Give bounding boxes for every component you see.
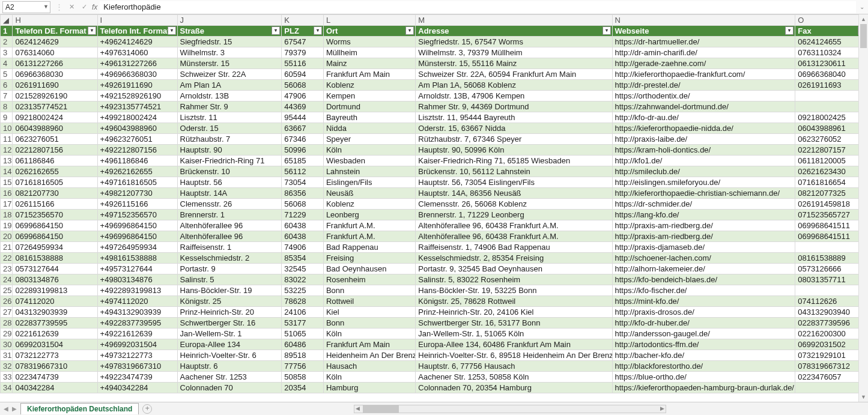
- row-number[interactable]: 16: [1, 188, 13, 199]
- cell[interactable]: Aachener Str. 1253, 50858 Köln: [416, 372, 612, 383]
- cell[interactable]: 60486: [282, 339, 324, 350]
- cell[interactable]: Köln: [323, 145, 415, 156]
- cell[interactable]: Oderstr. 15, 63667 Nidda: [416, 123, 612, 134]
- cell[interactable]: Portastr. 9: [177, 264, 282, 274]
- cell[interactable]: https://kram-holi-dontics.de/: [612, 145, 795, 156]
- cell[interactable]: Altenhöferallee 96, 60438 Frankfurt A.M.: [416, 220, 612, 231]
- row-number[interactable]: 14: [1, 166, 13, 177]
- cell[interactable]: Siegfriedstr. 15: [177, 37, 282, 47]
- table-column-header[interactable]: PLZ▾: [282, 26, 324, 37]
- cell[interactable]: +4974112020: [97, 296, 177, 307]
- cell[interactable]: Nidda: [323, 123, 415, 134]
- cell[interactable]: Clemensstr. 26: [177, 199, 282, 210]
- cell[interactable]: Kiel: [323, 307, 415, 318]
- worksheet-grid[interactable]: ◢ H I J K L M N O 1Telefon DE. Format▾Te…: [0, 14, 868, 402]
- cell[interactable]: +496043988960: [97, 123, 177, 134]
- cell[interactable]: https://lang-kfo.de/: [612, 210, 795, 220]
- cell[interactable]: Colonnaden 70, 20354 Hamburg: [416, 383, 612, 393]
- cell[interactable]: 022893199813: [13, 285, 97, 296]
- cell[interactable]: 06992031504: [13, 339, 97, 350]
- row-number[interactable]: 1: [1, 26, 13, 37]
- cell[interactable]: Wiesbaden: [323, 156, 415, 166]
- scroll-left-icon[interactable]: ◀: [356, 405, 360, 411]
- cell[interactable]: Brennerstr. 1, 71229 Leonberg: [416, 210, 612, 220]
- cell[interactable]: Königstr. 25, 78628 Rottweil: [416, 296, 612, 307]
- cell[interactable]: Hans-Böckler-Str. 19, 53225 Bonn: [416, 285, 612, 296]
- col-header[interactable]: I: [97, 15, 177, 26]
- cell[interactable]: 06992031502: [795, 339, 868, 350]
- cell[interactable]: Rosenheim: [323, 274, 415, 285]
- cell[interactable]: Raiffeisenstr. 1: [177, 242, 282, 253]
- cell[interactable]: Am Plan 1A: [177, 80, 282, 91]
- cell[interactable]: 44369: [282, 101, 324, 112]
- cell[interactable]: 56112: [282, 166, 324, 177]
- cell[interactable]: 09218002425: [795, 112, 868, 123]
- table-column-header[interactable]: Telefon Int. Format▾: [97, 26, 177, 37]
- row-number[interactable]: 4: [1, 58, 13, 69]
- cell[interactable]: 79379: [282, 47, 324, 58]
- formula-input[interactable]: [100, 1, 856, 13]
- cell[interactable]: Kempen: [323, 91, 415, 101]
- cell[interactable]: Rützhaubstr. 7: [177, 134, 282, 145]
- cell[interactable]: Hauptstr. 14A, 86356 Neusäß: [416, 188, 612, 199]
- table-column-header[interactable]: Telefon DE. Format▾: [13, 26, 97, 37]
- cell[interactable]: Königstr. 25: [177, 296, 282, 307]
- row-number[interactable]: 5: [1, 69, 13, 80]
- row-number[interactable]: 15: [1, 177, 13, 188]
- cell[interactable]: +4943132903939: [97, 307, 177, 318]
- cell[interactable]: Heidenheim An Der Brenz: [323, 350, 415, 361]
- cell[interactable]: Mainz: [323, 58, 415, 69]
- cell[interactable]: http://kieferorthopaedie-frankfurt.com/: [612, 69, 795, 80]
- cell[interactable]: 0732122773: [13, 350, 97, 361]
- cell[interactable]: https://dr-hartmueller.de/: [612, 37, 795, 47]
- cell[interactable]: Hamburg: [323, 383, 415, 393]
- cell[interactable]: 026115166: [13, 199, 97, 210]
- cell[interactable]: 0803134876: [13, 274, 97, 285]
- cell[interactable]: 07161816654: [795, 177, 868, 188]
- cell[interactable]: http://alhorn-lakemeier.de/: [612, 264, 795, 274]
- col-header[interactable]: M: [416, 15, 612, 26]
- row-number[interactable]: 19: [1, 220, 13, 231]
- cell[interactable]: Brennerstr. 1: [177, 210, 282, 220]
- cell[interactable]: Dortmund: [323, 101, 415, 112]
- col-header[interactable]: O: [795, 15, 868, 26]
- cell[interactable]: +49821207730: [97, 188, 177, 199]
- cell[interactable]: +4976314060: [97, 47, 177, 58]
- cell[interactable]: 02212807156: [13, 145, 97, 156]
- cell[interactable]: 0623276051: [13, 134, 97, 145]
- cell[interactable]: Hauptstr. 6, 77756 Hausach: [416, 361, 612, 372]
- cell[interactable]: +49262162655: [97, 166, 177, 177]
- row-number[interactable]: 31: [1, 350, 13, 361]
- cell[interactable]: +4922893199813: [97, 285, 177, 296]
- cell[interactable]: 08161538889: [795, 253, 868, 264]
- cell[interactable]: Kesselschmiedstr. 2, 85354 Freising: [416, 253, 612, 264]
- cell[interactable]: https://dr-schmider.de/: [612, 199, 795, 210]
- cell[interactable]: http://kfo-dr-au.de/: [612, 112, 795, 123]
- cell[interactable]: Frankfurt A.M.: [323, 231, 415, 242]
- cell[interactable]: Köln: [323, 329, 415, 339]
- cell[interactable]: 02621623430: [795, 166, 868, 177]
- cell[interactable]: Freising: [323, 253, 415, 264]
- cell[interactable]: +49573127644: [97, 264, 177, 274]
- cell[interactable]: 67547: [282, 37, 324, 47]
- row-number[interactable]: 12: [1, 145, 13, 156]
- row-number[interactable]: 9: [1, 112, 13, 123]
- col-header[interactable]: N: [612, 15, 795, 26]
- cell[interactable]: Kaiser-Friedrich-Ring 71, 65185 Wiesbade…: [416, 156, 612, 166]
- cell[interactable]: 08161538888: [13, 253, 97, 264]
- cell[interactable]: 74906: [282, 242, 324, 253]
- tab-nav-next-icon[interactable]: ▶: [12, 405, 17, 412]
- cell[interactable]: http://praxis-djamaseb.de/: [612, 242, 795, 253]
- cell[interactable]: https://zahnwandel-dortmund.de/: [612, 101, 795, 112]
- cell[interactable]: 07264959934: [13, 242, 97, 253]
- cell[interactable]: Müllheim: [323, 47, 415, 58]
- select-all-corner[interactable]: ◢: [1, 15, 13, 26]
- cell[interactable]: 06131230611: [795, 58, 868, 69]
- cell[interactable]: Raiffeisenstr. 1, 74906 Bad Rappenau: [416, 242, 612, 253]
- cell[interactable]: Bonn: [323, 318, 415, 329]
- row-number[interactable]: 8: [1, 101, 13, 112]
- cell[interactable]: Wilhelmstr. 3, 79379 Müllheim: [416, 47, 612, 58]
- cell[interactable]: 074112626: [795, 296, 868, 307]
- cell[interactable]: 08031357711: [795, 274, 868, 285]
- cell[interactable]: https://kieferorthopaedie-nidda.de/: [612, 123, 795, 134]
